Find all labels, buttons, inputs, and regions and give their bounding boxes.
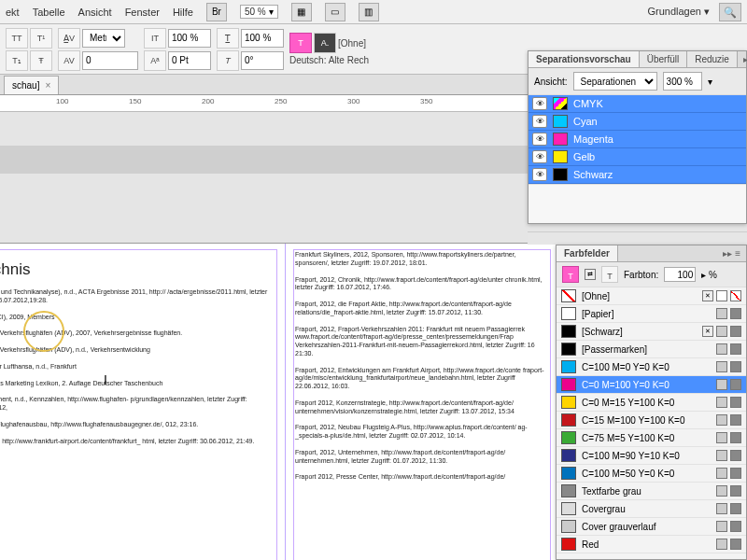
separation-row[interactable]: 👁CMYK (529, 95, 746, 113)
swatch-name: Red (582, 539, 599, 550)
swatch-row[interactable]: [Passermarken] (557, 341, 746, 358)
document-tab[interactable]: schau]× (4, 76, 59, 94)
color-mode-icon (730, 343, 741, 355)
visibility-icon[interactable]: 👁 (532, 115, 547, 128)
close-icon[interactable]: × (45, 80, 50, 91)
left-page: zeichnis omputer- und Technikanalyse), n… (0, 244, 286, 560)
swatch-row[interactable]: Covergrau (557, 500, 746, 518)
swatch-name: C=100 M=90 Y=10 K=0 (582, 451, 680, 461)
menu-item[interactable]: Fenster (125, 7, 160, 18)
superscript-icon[interactable]: T¹ (30, 28, 52, 49)
visibility-icon[interactable]: 👁 (532, 150, 547, 163)
language-label[interactable]: Deutsch: Alte Rech (289, 55, 369, 65)
tab-overfill[interactable]: Überfüll (640, 51, 687, 67)
fill-icon[interactable]: T (562, 266, 579, 283)
zoom-select[interactable]: 50 % ▾ (240, 5, 278, 19)
swatch-row[interactable]: C=0 M=100 Y=0 K=0 (557, 376, 746, 394)
stroke-text-icon[interactable]: T (601, 266, 618, 283)
color-type-icon (716, 450, 727, 461)
swatch-row[interactable]: Textfarbe grau (557, 483, 746, 500)
swatch-name: Cover grauverlauf (582, 522, 655, 532)
swatch-row[interactable]: [Schwarz]✕ (557, 323, 746, 341)
swatch-row[interactable]: C=100 M=90 Y=10 K=0 (557, 447, 746, 465)
skew-input[interactable] (241, 51, 284, 70)
color-mode-icon (730, 290, 741, 301)
menu-item[interactable]: Ansicht (78, 7, 112, 18)
menu-item[interactable]: Hilfe (173, 7, 193, 18)
subscript-icon[interactable]: T₁ (6, 50, 28, 71)
tint-label: Farbton: (624, 270, 658, 280)
bridge-icon[interactable]: Br (206, 3, 227, 21)
noedit-icon: ✕ (702, 326, 713, 337)
baseline-input[interactable] (168, 51, 211, 70)
fill-text-icon[interactable]: T (289, 33, 312, 53)
view-options-icon[interactable]: ▦ (291, 3, 312, 21)
color-mode-icon (730, 361, 741, 372)
panel-menu-icon[interactable]: ▸▸ ≡ (717, 245, 746, 261)
hscale-input[interactable] (241, 29, 284, 48)
char-style-value[interactable]: [Ohne] (338, 38, 366, 49)
separations-panel: Separationsvorschau Überfüll Reduzie ▸≡ … (528, 50, 747, 224)
arrange-icon[interactable]: ▥ (359, 3, 379, 21)
color-mode-icon (730, 326, 741, 337)
swatch-row[interactable]: C=75 M=5 Y=100 K=0 (557, 429, 746, 447)
panel-menu-icon[interactable]: ▸≡ (738, 51, 747, 67)
swatch-color (561, 289, 576, 302)
tab-separations[interactable]: Separationsvorschau (529, 51, 640, 67)
skew-icon[interactable]: T (217, 50, 239, 71)
swatch-row[interactable]: Red (557, 536, 746, 553)
swatch-color (561, 396, 576, 409)
swatch-color (561, 307, 576, 320)
tint-input[interactable] (664, 267, 696, 282)
color-type-icon (716, 468, 727, 479)
vscale-input[interactable] (168, 29, 211, 48)
separation-row[interactable]: 👁Gelb (529, 148, 746, 166)
swatch-color (561, 343, 576, 356)
char-icon[interactable]: TT (6, 28, 28, 49)
tracking-icon[interactable]: AV (58, 50, 80, 71)
swatch-row[interactable]: C=15 M=100 Y=100 K=0 (557, 412, 746, 429)
search-icon[interactable]: 🔍 (719, 3, 741, 21)
color-mode-icon (730, 450, 741, 461)
tab-swatches[interactable]: Farbfelder (557, 245, 618, 261)
swatches-panel: Farbfelder ▸▸ ≡ T ⇄ T Farbton: ▸ % [Ohne… (556, 245, 747, 560)
vscale-icon[interactable]: IT (144, 28, 166, 49)
screen-mode-icon[interactable]: ▭ (325, 3, 345, 21)
swatch-row[interactable]: C=100 M=50 Y=0 K=0 (557, 465, 746, 483)
color-mode-icon (730, 397, 741, 408)
swatch-row[interactable]: Cover grauverlauf (557, 518, 746, 536)
visibility-icon[interactable]: 👁 (532, 97, 547, 110)
swatch-name: C=100 M=0 Y=0 K=0 (582, 362, 669, 372)
hscale-icon[interactable]: T̲ (217, 28, 239, 49)
separation-row[interactable]: 👁Schwarz (529, 166, 746, 184)
swap-icon[interactable]: ⇄ (585, 269, 596, 280)
visibility-icon[interactable]: 👁 (532, 168, 547, 181)
swatch-color (561, 484, 576, 497)
baseline-icon[interactable]: Aª (144, 50, 166, 71)
swatch-row[interactable]: C=100 M=0 Y=0 K=0 (557, 358, 746, 376)
swatch-row[interactable]: C=0 M=15 Y=100 K=0 (557, 394, 746, 412)
ink-name: Magenta (573, 133, 613, 145)
swatch-row[interactable]: [Ohne]✕ (557, 287, 746, 305)
swatch-name: C=0 M=15 Y=100 K=0 (582, 398, 674, 408)
strikethrough-icon[interactable]: Ŧ (30, 50, 52, 71)
ink-swatch (553, 150, 568, 163)
sep-zoom-input[interactable] (663, 72, 702, 91)
swatch-name: C=75 M=5 Y=100 K=0 (582, 433, 674, 443)
ink-swatch (553, 168, 568, 181)
swatch-row[interactable]: [Papier] (557, 305, 746, 323)
workspace-dropdown[interactable]: Grundlagen ▾ (647, 6, 710, 18)
menu-item[interactable]: ekt (6, 7, 20, 18)
swatch-name: [Ohne] (582, 291, 610, 301)
menu-item[interactable]: Tabelle (33, 7, 65, 18)
kerning-select[interactable]: Metrisch (82, 29, 125, 48)
char-style-icon[interactable]: A. (314, 33, 336, 53)
visibility-icon[interactable]: 👁 (532, 133, 547, 146)
separation-row[interactable]: 👁Magenta (529, 131, 746, 148)
separation-row[interactable]: 👁Cyan (529, 113, 746, 131)
tracking-input[interactable] (82, 51, 138, 70)
ansicht-label: Ansicht: (534, 77, 568, 87)
ansicht-select[interactable]: Separationen (573, 72, 657, 91)
tab-reduce[interactable]: Reduzie (687, 51, 738, 67)
kerning-icon[interactable]: A̲V (58, 28, 80, 49)
